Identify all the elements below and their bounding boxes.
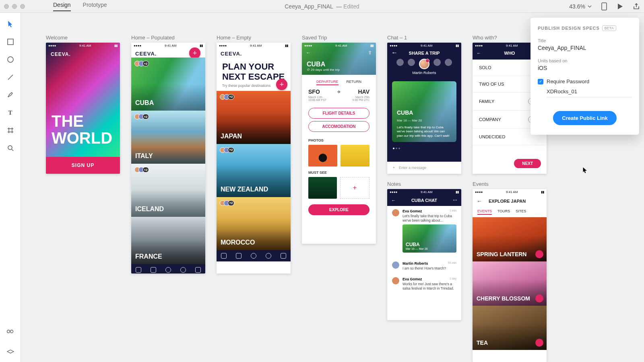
notes-title: CUBA CHAT [411,198,437,203]
artboard-welcome[interactable]: ●●●●9:41 AM▮▮ CEEVA. THE WORLD SIGN UP [46,43,120,174]
tab-design[interactable]: Design [53,2,71,11]
tab-events[interactable]: EVENTS [477,209,492,215]
artboard-label[interactable]: Who with? [473,35,497,41]
document-title: Ceeya_App_FINAL — Edited [285,3,359,10]
artboard-label[interactable]: Home – Empty [217,35,251,41]
dest-name: JAPAN [221,133,242,140]
svg-point-3 [8,146,12,150]
trip-card[interactable]: CUBA Mar 16 — Mar 28 Let's finally take … [392,81,456,142]
select-tool-icon[interactable] [6,20,14,28]
artboard-label[interactable]: Events [473,181,489,187]
require-password-label: Require Password [547,78,589,84]
explore-button[interactable]: EXPLORE [308,204,369,215]
next-button[interactable]: NEXT [514,159,541,168]
back-icon[interactable]: ← [477,198,482,204]
app-top-bar: Design Prototype Ceeya_App_FINAL — Edite… [0,0,644,13]
share-icon[interactable] [633,3,640,10]
bottom-nav[interactable] [131,264,205,274]
chat-title: SHARE A TRIP [387,48,461,58]
card-title: CUBA [397,109,452,116]
accommodation-button[interactable]: ACCOMODATION [308,121,369,132]
avatars-more: +2 [142,114,149,119]
artboard-saved-trip[interactable]: ●●●●9:41 AM▮▮ ←⇧ CUBA ⏱ 29 days until th… [302,43,376,244]
brand-logo: CEEVA. [221,51,242,57]
back-icon[interactable]: ← [391,198,396,203]
status-time: 9:41 AM [506,190,518,194]
dest-name: CUBA [135,99,154,107]
flight-details-button[interactable]: FLIGHT DETAILS [308,108,369,119]
artboard-label[interactable]: Notes [387,181,401,187]
artboard-tool-icon[interactable] [6,126,14,134]
tab-tours[interactable]: TOURS [497,209,510,215]
photos-label: PHOTOS [302,134,376,145]
svg-point-4 [7,330,10,333]
units-field[interactable]: iOS [538,65,632,71]
back-icon[interactable]: ← [477,51,481,56]
event-fab[interactable] [535,294,543,302]
mustsee-label: MUST SEE [302,167,376,177]
event-fab[interactable] [535,339,543,347]
bottom-nav[interactable] [217,250,291,261]
chevron-down-icon [588,4,592,8]
zoom-dropdown[interactable]: 43.6% [569,3,592,10]
add-fab[interactable]: + [189,47,200,59]
compose-input[interactable]: Enter a message [399,166,426,170]
pen-tool-icon[interactable] [6,91,14,99]
avatars-row [387,58,461,71]
text-tool-icon[interactable]: T [6,109,14,117]
assets-icon[interactable] [6,327,14,335]
artboard-events[interactable]: ●●●●9:41 AM▮▮ ←EXPLORE JAPAN EVENTSTOURS… [473,189,547,362]
password-field[interactable]: XDRocks_01 [547,88,632,97]
document-name: Ceeya_App_FINAL [285,3,333,10]
tab-prototype[interactable]: Prototype [83,2,107,11]
event-name: TEA [477,339,488,346]
tab-return[interactable]: RETURN [347,80,362,85]
line-tool-icon[interactable] [6,73,14,81]
signup-button[interactable]: SIGN UP [46,157,120,174]
back-icon[interactable]: ← [391,49,398,56]
trip-title: CUBA [307,61,371,68]
selected-user: Martin Roberts [387,71,461,78]
status-time: 9:41 AM [421,190,432,194]
artboard-label[interactable]: Saved Trip [302,35,327,41]
back-icon[interactable]: ← [306,50,311,56]
require-password-checkbox[interactable]: ✓ [538,79,543,84]
rectangle-tool-icon[interactable] [6,38,14,46]
artboard-home-populated[interactable]: ●●●●9:41 AM▮▮ CEEVA. + +2CUBA +2ITALY +2… [131,43,205,274]
play-preview-icon[interactable] [617,3,624,10]
publish-specs-popover: PUBLISH DESIGN SPECSBETA Title Ceeya_App… [530,18,639,135]
avatars-more: +2 [228,147,234,153]
dest-name: ICELAND [135,206,164,213]
events-title: EXPLORE JAPAN [489,199,526,204]
beta-badge: BETA [602,25,616,31]
event-name: CHERRY BLOSSOM [477,295,530,302]
status-time: 9:41 AM [335,44,347,47]
title-field[interactable]: Ceeya_App_FINAL [538,45,632,51]
ellipse-tool-icon[interactable] [6,56,14,64]
add-icon[interactable]: ＋ [392,165,396,170]
tab-sites[interactable]: SITES [516,209,526,215]
share-icon[interactable]: ⇧ [368,50,372,56]
status-time: 9:41 AM [165,44,176,47]
zoom-tool-icon[interactable] [6,144,14,152]
title-label: Title [538,38,632,43]
artboard-label[interactable]: Welcome [46,35,68,41]
more-icon[interactable]: ⋯ [453,198,457,203]
layers-icon[interactable] [6,348,14,356]
artboard-notes[interactable]: ●●●●9:41 AM▮▮ ←CUBA CHAT⋯ Eva Gomez1 min… [387,189,461,320]
create-public-link-button[interactable]: Create Public Link [553,111,616,125]
event-fab[interactable] [535,250,543,258]
artboard-home-empty[interactable]: ●●●●9:41 AM▮▮ CEEVA. PLAN YOUR NEXT ESCA… [217,43,291,274]
hero-title: THE WORLD [46,113,120,146]
window-traffic-lights [4,4,25,9]
device-preview-icon[interactable] [601,3,608,10]
event-name: SPRING LANTERN [477,251,526,257]
artboard-label[interactable]: Chat – 1 [387,35,407,41]
status-time: 9:41 AM [506,44,518,47]
artboard-label[interactable]: Home – Populated [131,35,175,41]
tab-departure[interactable]: DEPARTURE [316,80,339,85]
plan-title: PLAN YOUR NEXT ESCAPE [217,59,291,82]
add-fab[interactable]: + [276,79,287,90]
artboard-chat[interactable]: ●●●●9:41 AM▮▮ ←SHARE A TRIP Martin Rober… [387,43,461,174]
add-mustsee-button[interactable]: + [340,177,369,199]
